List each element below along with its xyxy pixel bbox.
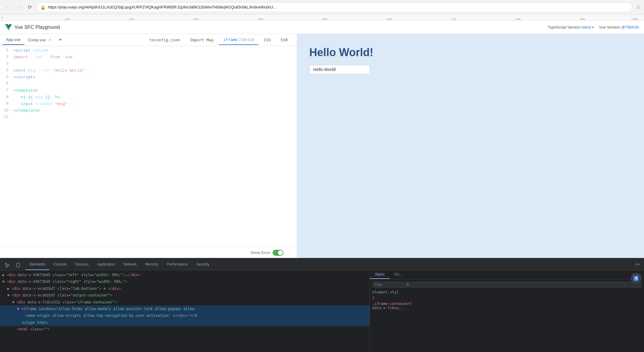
tree-triangle-2[interactable]: ▼ bbox=[2, 279, 7, 285]
line-content-10: </template> bbox=[12, 107, 297, 114]
tab-app-vue[interactable]: App.vue bbox=[2, 35, 24, 45]
devtools-tab-memory[interactable]: Memory bbox=[141, 259, 163, 270]
filter-bar: :h bbox=[372, 282, 642, 288]
vue-version-label: Vue Version @70641fc bbox=[599, 25, 639, 29]
styles-tab-styles-label: Styles bbox=[375, 272, 385, 276]
filter-pseudo-label: :h bbox=[406, 283, 409, 287]
preview-hello-world: Hello World! bbox=[309, 46, 373, 59]
accessibility-icon[interactable]: ♿ bbox=[631, 273, 642, 284]
forward-button[interactable]: → bbox=[15, 3, 23, 12]
devtools-cursor-icon[interactable] bbox=[2, 260, 12, 270]
ruler-tick-900: 900 bbox=[580, 18, 585, 20]
file-tabs-bar: App.vue Comp.vue ✕ + tsconfig.json Impor… bbox=[0, 34, 297, 46]
bookmark-icon[interactable]: ☆ bbox=[636, 4, 640, 10]
show-error-toggle[interactable] bbox=[273, 250, 283, 256]
tab-css[interactable]: CSS bbox=[260, 35, 275, 45]
tree-line-9: <html class=""> bbox=[0, 326, 370, 333]
devtools-tabs: Elements Console Sources Application Net… bbox=[0, 258, 644, 270]
code-line-11: 11 bbox=[0, 114, 297, 121]
ts-version-label: TypeScript Version latest ▾ bbox=[548, 25, 594, 29]
line-content-9: <input v-model="msg" /> bbox=[12, 101, 297, 107]
tab-comp-vue[interactable]: Comp.vue ✕ bbox=[24, 35, 56, 45]
ruler-tick-1000: 1000 bbox=[631, 18, 638, 20]
ts-dropdown-icon[interactable]: ▾ bbox=[592, 25, 594, 29]
tab-ssr-label: SSR bbox=[281, 38, 288, 42]
line-content-1: <script setup> bbox=[12, 47, 297, 54]
tree-triangle-6[interactable]: ▼ bbox=[17, 306, 21, 312]
tree-line-8: octype html> bbox=[0, 319, 370, 326]
devtools-tab-elements[interactable]: Elements bbox=[25, 259, 49, 270]
devtools: Elements Console Sources Application Net… bbox=[0, 258, 644, 352]
tab-iframe-dimensions: 719×214 bbox=[239, 38, 254, 42]
code-line-8: 8 <h1>{{ msg }}</h1> bbox=[0, 94, 297, 101]
reload-button[interactable]: ⟳ bbox=[25, 3, 34, 12]
tab-tsconfig[interactable]: tsconfig.json bbox=[145, 35, 184, 45]
styles-body: :h element.styl } .iframe-container[ dat… bbox=[370, 279, 644, 313]
ruler-tick-400: 400 bbox=[258, 18, 263, 20]
line-num-5: 5 bbox=[0, 74, 12, 80]
code-line-7: 7 <template> bbox=[0, 87, 297, 94]
url-text: https://play.vuejs.org/#eNp9UU1LAzEQ/Stj… bbox=[48, 5, 629, 9]
filter-input[interactable] bbox=[374, 283, 405, 287]
line-num-6: 6 bbox=[0, 81, 12, 87]
tree-triangle-4[interactable]: ▼ bbox=[7, 292, 12, 298]
tab-ssr[interactable]: SSR bbox=[277, 35, 292, 45]
devtools-tab-console-label: Console bbox=[53, 262, 67, 266]
devtools-tab-memory-label: Memory bbox=[145, 262, 158, 266]
html-tree[interactable]: ▶ <div data-v-436736d5 class="left" styl… bbox=[0, 270, 370, 352]
tab-tsconfig-label: tsconfig.json bbox=[149, 38, 180, 42]
svg-rect-0 bbox=[17, 263, 19, 267]
devtools-more-button[interactable]: >> bbox=[633, 260, 642, 269]
tab-iframe-label: iframe bbox=[223, 37, 237, 42]
line-num-11: 11 bbox=[0, 114, 12, 120]
preview-input[interactable] bbox=[309, 65, 370, 74]
browser-chrome: ← → ⟳ 🔒 https://play.vuejs.org/#eNp9UU1L… bbox=[0, 0, 644, 15]
tree-triangle-5[interactable]: ▼ bbox=[12, 299, 16, 305]
code-line-2: 2 import { ref } from 'vue' bbox=[0, 54, 297, 61]
tree-line-1: ▶ <div data-v-436736d5 class="left" styl… bbox=[0, 272, 370, 278]
tab-import-map[interactable]: Import Map bbox=[186, 35, 218, 45]
ruler-origin: 0 bbox=[0, 16, 3, 19]
back-button[interactable]: ← bbox=[4, 3, 12, 12]
devtools-tab-network[interactable]: Network bbox=[119, 259, 141, 270]
ruler-tick-500: 500 bbox=[322, 18, 327, 20]
devtools-tab-application[interactable]: Application bbox=[93, 259, 119, 270]
line-content-5: </script> bbox=[12, 74, 297, 81]
panel-divider-handle[interactable]: ⋮ bbox=[287, 250, 292, 256]
devtools-tab-performance[interactable]: Performance bbox=[163, 259, 192, 270]
devtools-tab-console[interactable]: Console bbox=[49, 259, 71, 270]
tab-iframe[interactable]: iframe 719×214 bbox=[219, 35, 258, 45]
code-line-10: 10 </template> bbox=[0, 107, 297, 114]
ruler-tick-800: 800 bbox=[515, 18, 521, 20]
tree-triangle-3[interactable]: ▶ bbox=[7, 286, 12, 292]
code-editor[interactable]: 1 <script setup> 2 import { ref } from '… bbox=[0, 46, 297, 247]
iframe-container-style: .iframe-container[ bbox=[372, 302, 642, 306]
show-error-bar: Show Error ⋮ bbox=[0, 247, 297, 258]
toggle-thumb bbox=[278, 250, 283, 255]
code-line-1: 1 <script setup> bbox=[0, 47, 297, 54]
address-bar[interactable]: 🔒 https://play.vuejs.org/#eNp9UU1LAzEQ/S… bbox=[36, 2, 632, 12]
tree-triangle-1[interactable]: ▶ bbox=[2, 272, 7, 278]
close-comp-vue-button[interactable]: ✕ bbox=[48, 38, 52, 42]
styles-tab-computed-label: Co... bbox=[394, 272, 402, 276]
devtools-mobile-icon[interactable] bbox=[13, 260, 23, 270]
devtools-tab-security-label: Security bbox=[196, 262, 209, 266]
iframe-container-attr: data-v-fc6ce... bbox=[372, 306, 642, 310]
tree-line-6[interactable]: ▼ <iframe sandbox="allow-forms allow-mod… bbox=[0, 306, 370, 312]
tab-css-label: CSS bbox=[264, 38, 271, 42]
devtools-tab-sources-label: Sources bbox=[75, 262, 89, 266]
styles-tab-styles[interactable]: Styles bbox=[370, 270, 390, 279]
tab-app-vue-label: App.vue bbox=[6, 37, 21, 42]
element-style-label: element.styl bbox=[372, 290, 642, 294]
devtools-tab-application-label: Application bbox=[97, 262, 115, 266]
lock-icon: 🔒 bbox=[40, 5, 45, 10]
show-error-label: Show Error bbox=[250, 250, 270, 255]
devtools-tab-sources[interactable]: Sources bbox=[71, 259, 93, 270]
ts-version-value[interactable]: latest bbox=[582, 25, 591, 29]
code-line-9: 9 <input v-model="msg" /> bbox=[0, 101, 297, 107]
add-file-button[interactable]: + bbox=[56, 36, 65, 44]
devtools-tab-security[interactable]: Security bbox=[192, 259, 213, 270]
line-num-10: 10 bbox=[0, 107, 12, 114]
styles-tab-computed[interactable]: Co... bbox=[390, 270, 407, 279]
ruler-tick-100: 100 bbox=[64, 18, 70, 20]
